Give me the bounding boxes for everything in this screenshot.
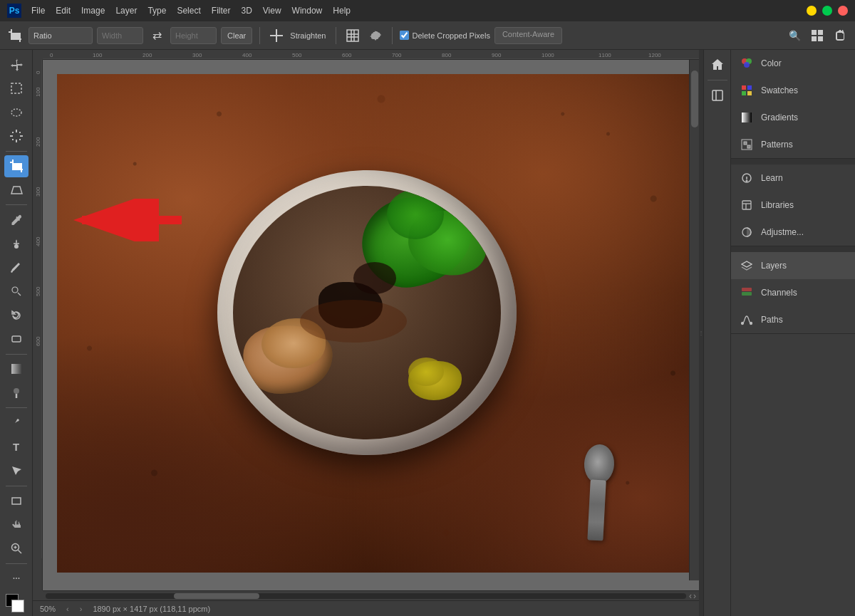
path-select-tool[interactable]	[4, 459, 28, 481]
svg-text:400: 400	[242, 52, 252, 58]
clone-stamp-tool[interactable]	[4, 281, 28, 303]
panel-row-color[interactable]: Color	[731, 50, 855, 77]
move-tool[interactable]	[4, 53, 28, 75]
content-aware-button[interactable]: Content-Aware	[494, 27, 562, 44]
menu-window[interactable]: Window	[292, 6, 323, 16]
width-input[interactable]	[97, 27, 143, 44]
shape-tool[interactable]	[4, 490, 28, 512]
zoom-tool[interactable]	[4, 537, 28, 559]
tool-sep-2	[6, 204, 27, 205]
pen-tool[interactable]	[4, 412, 28, 434]
menu-3d[interactable]: 3D	[241, 6, 252, 16]
overlay-icon[interactable]	[343, 26, 362, 45]
maximize-button[interactable]: □	[822, 6, 832, 16]
panel-row-learn[interactable]: Learn	[731, 165, 855, 192]
svg-point-63	[744, 62, 750, 68]
libraries-panel-icon	[740, 198, 754, 212]
crop-settings-icon[interactable]	[366, 26, 385, 45]
history-brush-tool[interactable]	[4, 304, 28, 326]
svg-rect-67	[747, 91, 752, 95]
horizontal-scrollbar[interactable]: ‹ ›	[43, 590, 699, 600]
panel-row-patterns[interactable]: Patterns	[731, 131, 855, 158]
menu-layer[interactable]: Layer	[115, 6, 137, 16]
canvas-viewport[interactable]	[43, 60, 699, 590]
menu-image[interactable]: Image	[81, 6, 105, 16]
brush-tool[interactable]	[4, 256, 28, 278]
panel-row-swatches[interactable]: Swatches	[731, 77, 855, 104]
minimize-button[interactable]: −	[807, 6, 817, 16]
perspective-crop-tool[interactable]	[4, 179, 28, 201]
panel-row-layers[interactable]: Layers	[731, 252, 855, 279]
vertical-scrollbar[interactable]	[689, 60, 699, 580]
svg-rect-10	[818, 36, 823, 41]
svg-rect-8	[818, 30, 823, 35]
search-icon[interactable]: 🔍	[785, 26, 804, 45]
zoom-level: 50%	[40, 605, 56, 613]
panel-row-gradients[interactable]: Gradients	[731, 104, 855, 131]
scroll-right-btn[interactable]: ›	[693, 591, 696, 601]
eraser-tool[interactable]	[4, 328, 28, 350]
menu-view[interactable]: View	[263, 6, 281, 16]
menu-edit[interactable]: Edit	[56, 6, 71, 16]
rectangle-select-tool[interactable]	[4, 77, 28, 99]
panel-row-paths[interactable]: Paths	[731, 306, 855, 333]
svg-point-29	[16, 419, 19, 422]
svg-text:0: 0	[35, 71, 41, 74]
eyedropper-tool[interactable]	[4, 209, 28, 231]
hand-tool[interactable]	[4, 513, 28, 536]
svg-text:0: 0	[50, 52, 53, 58]
close-button[interactable]: ×	[838, 6, 848, 16]
clear-button[interactable]: Clear	[221, 27, 252, 44]
scroll-left-indicator[interactable]: ‹	[66, 605, 69, 613]
canvas-wrapper: 0 100 200 300 400 500 600 700 800 900 10…	[33, 50, 699, 616]
menu-help[interactable]: Help	[333, 6, 351, 16]
gradients-label: Gradients	[761, 113, 798, 122]
delete-cropped-label[interactable]: Delete Cropped Pixels	[400, 31, 489, 40]
magic-wand-tool[interactable]	[4, 125, 28, 147]
svg-point-27	[14, 388, 19, 394]
crop-tool-icon[interactable]	[6, 26, 24, 45]
scroll-right-indicator[interactable]: ›	[80, 605, 83, 613]
straighten-icon[interactable]	[267, 26, 286, 45]
svg-text:1000: 1000	[542, 52, 554, 58]
spot-heal-tool[interactable]	[4, 233, 28, 255]
svg-rect-11	[11, 83, 21, 93]
delete-cropped-checkbox[interactable]	[400, 31, 409, 40]
scroll-left-btn[interactable]: ‹	[689, 591, 692, 601]
app-icon: Ps	[7, 4, 21, 18]
menu-select[interactable]: Select	[177, 6, 200, 16]
color-swatch[interactable]	[6, 594, 27, 612]
tool-sep-4	[6, 407, 27, 408]
svg-rect-16	[20, 135, 23, 137]
menu-filter[interactable]: Filter	[212, 6, 231, 16]
libraries-label: Libraries	[761, 200, 794, 210]
more-tools-button[interactable]: ···	[4, 568, 28, 590]
arrange-icon[interactable]	[808, 26, 826, 45]
panel-section-colors: Color Swatches Gradients Patterns	[731, 50, 855, 159]
menu-file[interactable]: File	[31, 6, 45, 16]
lasso-tool[interactable]	[4, 101, 28, 123]
panel-row-channels[interactable]: Channels	[731, 279, 855, 306]
svg-text:500: 500	[35, 286, 41, 296]
document-dimensions: 1890 px × 1417 px (118,11 ppcm)	[93, 605, 210, 613]
menu-type[interactable]: Type	[147, 6, 166, 16]
height-input[interactable]	[170, 27, 217, 44]
divider-3	[392, 27, 393, 44]
ratio-select[interactable]: Ratio	[28, 27, 93, 44]
svg-rect-7	[812, 30, 817, 35]
svg-rect-80	[742, 292, 752, 296]
text-tool[interactable]: T	[4, 436, 28, 458]
svg-text:100: 100	[93, 52, 103, 58]
crop-tool[interactable]	[4, 155, 28, 177]
dodge-tool[interactable]	[4, 382, 28, 404]
share-icon[interactable]	[831, 26, 849, 45]
right-icon-strip	[703, 50, 730, 616]
panel-row-adjustments[interactable]: Adjustme...	[731, 219, 855, 246]
expand-panel-icon[interactable]	[707, 85, 728, 106]
adjustments-label: Adjustme...	[761, 227, 804, 237]
home-icon[interactable]	[707, 54, 728, 75]
swap-dimensions-button[interactable]: ⇄	[147, 26, 166, 45]
panel-row-libraries[interactable]: Libraries	[731, 192, 855, 219]
gradient-tool[interactable]	[4, 358, 28, 380]
svg-text:600: 600	[35, 336, 41, 346]
